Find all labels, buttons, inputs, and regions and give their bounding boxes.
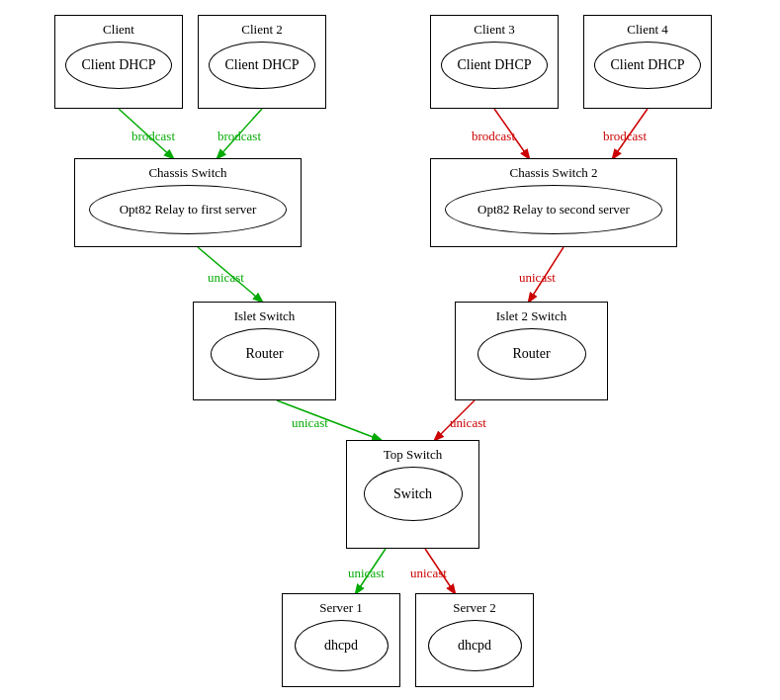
islet1-ellipse: Router bbox=[211, 328, 319, 380]
client2-ellipse: Client DHCP bbox=[209, 42, 315, 89]
server2-label: Server 2 bbox=[422, 600, 527, 616]
chassis1-ellipse: Opt82 Relay to first server bbox=[89, 185, 287, 234]
islet2-box: Islet 2 Switch Router bbox=[455, 302, 608, 400]
topswitch-label: Top Switch bbox=[353, 447, 473, 463]
client2-box: Client 2 Client DHCP bbox=[198, 15, 326, 109]
chassis2-box: Chassis Switch 2 Opt82 Relay to second s… bbox=[430, 158, 677, 247]
client2-label: Client 2 bbox=[205, 22, 319, 38]
client4-box: Client 4 Client DHCP bbox=[583, 15, 712, 109]
label-unicast-1: unicast bbox=[208, 270, 244, 286]
label-unicast-6: unicast bbox=[410, 566, 447, 581]
server1-label: Server 1 bbox=[289, 600, 393, 616]
islet1-box: Islet Switch Router bbox=[193, 302, 336, 400]
server2-box: Server 2 dhcpd bbox=[415, 593, 534, 687]
chassis1-box: Chassis Switch Opt82 Relay to first serv… bbox=[74, 158, 302, 247]
client1-label: Client bbox=[61, 22, 176, 38]
label-unicast-2: unicast bbox=[519, 270, 556, 286]
server1-box: Server 1 dhcpd bbox=[282, 593, 400, 687]
client3-box: Client 3 Client DHCP bbox=[430, 15, 559, 109]
label-unicast-4: unicast bbox=[450, 415, 486, 431]
client4-label: Client 4 bbox=[590, 22, 705, 38]
label-unicast-3: unicast bbox=[292, 415, 328, 431]
server1-ellipse: dhcpd bbox=[295, 620, 389, 671]
topswitch-box: Top Switch Switch bbox=[346, 440, 479, 549]
client1-ellipse: Client DHCP bbox=[65, 42, 172, 89]
label-brodcast-4: brodcast bbox=[603, 129, 647, 144]
client1-box: Client Client DHCP bbox=[54, 15, 183, 109]
label-unicast-5: unicast bbox=[348, 566, 385, 581]
chassis2-label: Chassis Switch 2 bbox=[437, 165, 670, 181]
server2-ellipse: dhcpd bbox=[428, 620, 522, 671]
network-diagram: Client Client DHCP Client 2 Client DHCP … bbox=[0, 0, 780, 700]
label-brodcast-1: brodcast bbox=[131, 129, 175, 144]
islet2-ellipse: Router bbox=[477, 328, 586, 380]
client3-ellipse: Client DHCP bbox=[441, 42, 548, 89]
client4-ellipse: Client DHCP bbox=[594, 42, 701, 89]
topswitch-ellipse: Switch bbox=[364, 467, 463, 521]
islet2-label: Islet 2 Switch bbox=[462, 308, 601, 324]
islet1-label: Islet Switch bbox=[200, 308, 329, 324]
chassis2-ellipse: Opt82 Relay to second server bbox=[445, 185, 662, 234]
chassis1-label: Chassis Switch bbox=[81, 165, 295, 181]
label-brodcast-3: brodcast bbox=[472, 129, 515, 144]
label-brodcast-2: brodcast bbox=[217, 129, 261, 144]
client3-label: Client 3 bbox=[437, 22, 552, 38]
